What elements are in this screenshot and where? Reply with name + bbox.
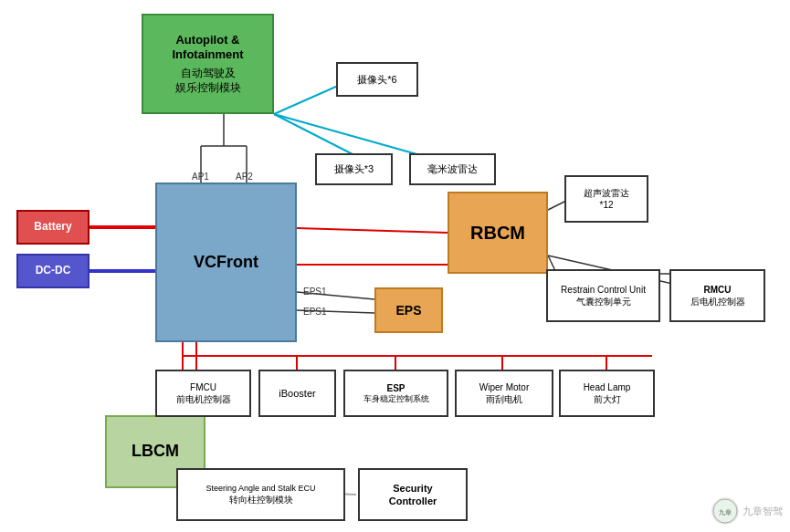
- security-box: SecurityController: [358, 468, 468, 521]
- camera3-box: 摄像头*3: [315, 153, 393, 185]
- esp-box: ESP 车身稳定控制系统: [343, 370, 448, 417]
- vcfront-box: VCFront: [155, 183, 297, 342]
- watermark: 九章 九章智驾: [711, 497, 783, 525]
- eps1-top-label: EPS1: [303, 287, 327, 297]
- svg-text:九章: 九章: [719, 509, 732, 516]
- headlamp-label-cn: 前大灯: [594, 393, 621, 405]
- eps-box: EPS: [374, 287, 443, 333]
- watermark-logo: 九章: [711, 497, 739, 525]
- autopilot-label-cn: 自动驾驶及娱乐控制模块: [175, 67, 241, 95]
- rbcm-label: RBCM: [470, 221, 525, 245]
- rbcm-box: RBCM: [448, 192, 548, 274]
- autopilot-box: Autopilot & Infotainment 自动驾驶及娱乐控制模块: [142, 14, 274, 114]
- ap1-label: AP1: [192, 172, 209, 182]
- steering-label-en: Steering Angle and Stalk ECU: [205, 484, 315, 495]
- eps1-bot-label: EPS1: [303, 307, 327, 317]
- restrain-label-en: Restrain Control Unit: [561, 284, 646, 296]
- dcdc-box: DC-DC: [16, 254, 90, 288]
- eps-label: EPS: [395, 302, 421, 318]
- radar-label: 毫米波雷达: [427, 162, 478, 175]
- battery-label: Battery: [34, 220, 71, 235]
- wipermotor-box: Wiper Motor 雨刮电机: [455, 370, 553, 417]
- steering-box: Steering Angle and Stalk ECU 转向柱控制模块: [176, 468, 345, 521]
- ibooster-label: iBooster: [279, 387, 315, 400]
- camera3-label: 摄像头*3: [334, 162, 374, 175]
- fmcu-label-en: FMCU: [190, 381, 216, 393]
- svg-line-15: [548, 201, 566, 210]
- esp-label-cn: 车身稳定控制系统: [363, 394, 429, 405]
- restrain-label-cn: 气囊控制单元: [576, 296, 631, 308]
- svg-line-3: [274, 114, 354, 155]
- svg-line-11: [297, 228, 448, 233]
- ap2-label: AP2: [236, 172, 253, 182]
- headlamp-label-en: Head Lamp: [584, 381, 631, 393]
- svg-line-2: [274, 86, 338, 114]
- security-label-en: SecurityController: [389, 482, 437, 508]
- restrain-box: Restrain Control Unit 气囊控制单元: [546, 269, 660, 322]
- headlamp-box: Head Lamp 前大灯: [559, 370, 655, 417]
- svg-line-4: [274, 114, 420, 155]
- rmcu-box: RMCU 后电机控制器: [669, 269, 765, 322]
- dcdc-label: DC-DC: [36, 264, 71, 278]
- ibooster-box: iBooster: [258, 370, 336, 417]
- autopilot-label-en: Autopilot & Infotainment: [143, 33, 272, 64]
- diagram: Autopilot & Infotainment 自动驾驶及娱乐控制模块 VCF…: [0, 0, 790, 532]
- rmcu-label-en: RMCU: [704, 284, 732, 296]
- lbcm-label: LBCM: [132, 441, 179, 462]
- vcfront-label: VCFront: [194, 252, 258, 273]
- battery-box: Battery: [16, 210, 90, 245]
- radar-box: 毫米波雷达: [409, 153, 496, 185]
- rmcu-label-cn: 后电机控制器: [690, 296, 745, 308]
- steering-label-cn: 转向柱控制模块: [229, 494, 293, 506]
- watermark-text: 九章智驾: [743, 505, 783, 518]
- fmcu-label-cn: 前电机控制器: [176, 393, 231, 405]
- wipermotor-label-en: Wiper Motor: [479, 381, 529, 393]
- ultrasonic-box: 超声波雷达*12: [564, 175, 648, 223]
- fmcu-box: FMCU 前电机控制器: [155, 370, 251, 417]
- camera6-box: 摄像头*6: [336, 62, 418, 97]
- camera6-label: 摄像头*6: [357, 73, 396, 86]
- wipermotor-label-cn: 雨刮电机: [486, 393, 522, 405]
- ultrasonic-label: 超声波雷达*12: [584, 187, 629, 211]
- esp-label-en: ESP: [386, 382, 405, 394]
